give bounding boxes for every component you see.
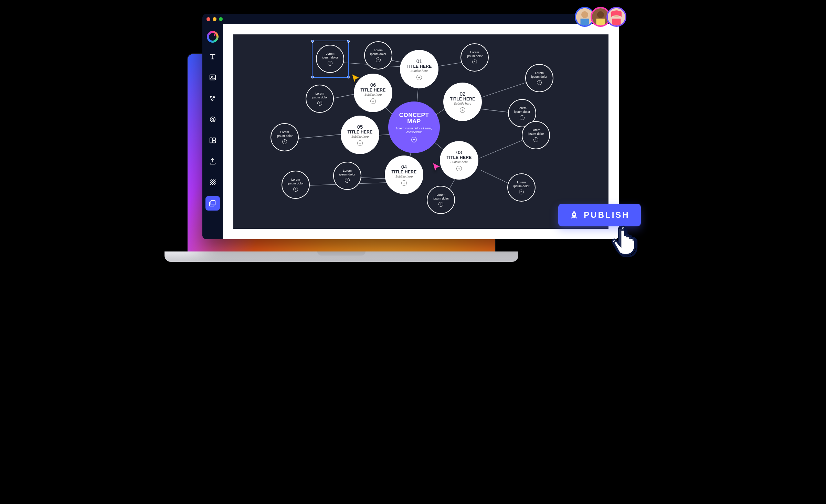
leaf-node[interactable]: Loremipsum dolor+ [306,85,334,113]
selection-box[interactable] [312,41,349,78]
add-icon[interactable]: + [345,178,350,183]
tool-insert[interactable] [205,154,220,169]
branch-subtitle: Subtitle here [351,135,369,138]
close-window-button[interactable] [206,17,210,21]
laptop-notch [317,251,366,256]
svg-point-30 [581,11,588,18]
branch-number: 02 [460,91,466,97]
resize-handle[interactable] [311,76,314,78]
collaborator-avatars [579,7,626,27]
add-icon[interactable]: + [533,137,538,142]
zoom-window-button[interactable] [219,17,223,21]
pages-icon [209,200,216,207]
leaf-node[interactable]: Loremipsum dolor+ [282,171,310,199]
collaborator-cursor-pink [431,162,443,175]
add-icon[interactable]: + [370,98,376,104]
branch-node-03[interactable]: 03 TITLE HERE Subtitle here + [440,141,478,180]
tool-smartblock[interactable] [205,133,220,148]
branch-node-04[interactable]: 04 TITLE HERE Subtitle here + [385,156,423,194]
branch-title: TITLE HERE [450,97,475,101]
click-hand-icon [604,217,645,259]
branch-subtitle: Subtitle here [364,93,382,96]
hatch-icon [209,179,216,186]
tool-interactive[interactable] [205,112,220,127]
svg-point-2 [210,96,212,98]
add-icon[interactable]: + [282,139,287,144]
tool-resource[interactable] [205,91,220,106]
text-icon [209,53,216,60]
leaf-node[interactable]: Loremipsum dolor+ [525,64,553,92]
canvas[interactable]: CONCEPTMAP Lorem ipsum dolor sit amet, c… [233,34,608,229]
layout-icon [209,137,216,144]
collaborator-cursor-yellow [350,73,362,86]
target-click-icon [209,116,216,123]
add-icon[interactable]: + [520,115,525,120]
branch-number: 01 [416,58,422,64]
branch-title: TITLE HERE [446,155,472,160]
branch-title: TITLE HERE [347,130,372,135]
svg-point-33 [597,11,604,18]
hub-subtitle: Lorem ipsum dolor sit amet, consectetur [388,127,440,134]
app-logo[interactable] [207,31,219,43]
avatar[interactable] [606,7,626,27]
tool-background[interactable] [205,175,220,190]
svg-rect-7 [210,138,212,143]
svg-rect-10 [211,201,215,205]
add-icon[interactable]: + [293,187,298,192]
add-icon[interactable]: + [376,57,381,62]
resize-handle[interactable] [311,40,314,43]
svg-point-4 [212,99,213,100]
leaf-node[interactable]: Loremipsum dolor+ [271,123,299,151]
image-icon [209,74,216,81]
add-icon[interactable]: + [317,101,322,106]
add-icon[interactable]: + [472,60,477,64]
svg-rect-31 [581,19,589,25]
branch-subtitle: Subtitle here [451,160,468,164]
leaf-node[interactable]: Loremipsum dolor+ [522,121,550,149]
branch-number: 04 [401,164,407,170]
branch-node-05[interactable]: 05 TITLE HERE Subtitle here + [341,116,379,154]
concept-hub[interactable]: CONCEPTMAP Lorem ipsum dolor sit amet, c… [388,101,440,153]
leaf-node[interactable]: Loremipsum dolor+ [460,43,489,72]
svg-rect-37 [612,19,621,25]
add-icon[interactable]: + [357,140,363,146]
branch-title: TITLE HERE [391,170,416,174]
leaf-node[interactable]: Loremipsum dolor+ [333,162,361,190]
svg-rect-0 [210,75,216,80]
add-icon[interactable]: + [401,180,407,186]
add-icon[interactable]: + [460,107,465,113]
rocket-icon [569,210,579,220]
svg-point-3 [213,97,215,98]
tool-text[interactable] [205,49,220,64]
shapes-icon [209,95,216,102]
tool-image[interactable] [205,70,220,85]
branch-number: 06 [370,82,376,88]
resize-handle[interactable] [347,76,350,78]
tool-sidebar [202,24,223,239]
svg-rect-34 [596,19,605,25]
add-icon[interactable]: + [519,190,524,194]
resize-handle[interactable] [347,40,350,43]
add-icon[interactable]: + [416,75,422,80]
upload-icon [209,158,216,165]
branch-node-01[interactable]: 01 TITLE HERE Subtitle here + [400,50,438,88]
branch-node-02[interactable]: 02 TITLE HERE Subtitle here + [443,83,482,121]
add-icon[interactable]: + [438,202,443,207]
svg-rect-9 [213,141,215,143]
svg-rect-8 [213,138,215,140]
hub-title-line1: CONCEPT [399,112,429,118]
branch-subtitle: Subtitle here [395,175,413,178]
leaf-node[interactable]: Loremipsum dolor+ [364,41,392,69]
add-icon[interactable]: + [411,137,417,142]
leaf-node[interactable]: Loremipsum dolor+ [427,186,455,214]
window-traffic-lights [206,17,223,21]
add-icon[interactable]: + [456,166,462,171]
hub-title-line2: MAP [407,118,421,125]
add-icon[interactable]: + [537,80,542,85]
branch-subtitle: Subtitle here [411,69,428,73]
minimize-window-button[interactable] [213,17,216,21]
tool-pages[interactable] [205,196,220,211]
branch-title: TITLE HERE [406,64,432,69]
leaf-node[interactable]: Loremipsum dolor+ [507,173,536,202]
branch-number: 03 [456,149,462,155]
